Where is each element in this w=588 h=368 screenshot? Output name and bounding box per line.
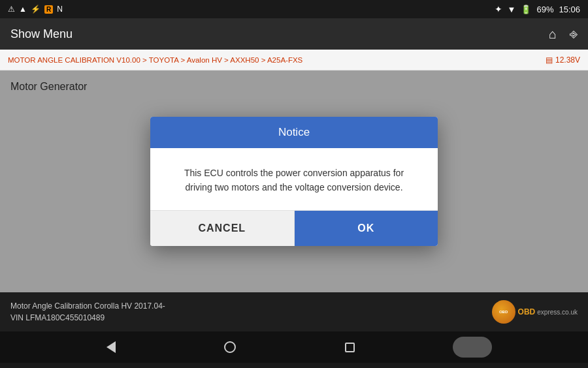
ok-button[interactable]: OK (295, 211, 438, 246)
recent-apps-button[interactable] (335, 337, 365, 358)
status-bar-left: ⚠ ▲ ⚡ R N (8, 5, 63, 14)
obd-circle-icon: OBD (492, 300, 515, 324)
breadcrumb-bar: MOTOR ANGLE CALIBRATION V10.00 > TOYOTA … (0, 50, 588, 70)
exit-button[interactable]: ⎆ (570, 27, 578, 42)
dialog-overlay: Notice This ECU controls the power conve… (0, 70, 588, 292)
dialog-buttons: CANCEL OK (150, 210, 438, 246)
app-icon1: R (44, 5, 53, 14)
usb-icon: ⚡ (31, 5, 41, 14)
dialog-header: Notice (150, 117, 438, 148)
footer-info: Motor Angle Calibration Corolla HV 2017.… (0, 292, 588, 331)
voltage-badge: ▤ 12.38V (546, 55, 580, 65)
page-title: Show Menu (10, 27, 73, 41)
battery-icon: 🔋 (521, 5, 531, 14)
main-content: Motor Generator Notice This ECU controls… (0, 70, 588, 292)
home-button-android[interactable] (214, 336, 246, 358)
obd-logo: OBD OBD express.co.uk (492, 300, 578, 324)
footer-text-block: Motor Angle Calibration Corolla HV 2017.… (10, 300, 165, 324)
network-icon: N (57, 5, 63, 14)
home-button[interactable]: ⌂ (549, 27, 557, 42)
recent-icon (345, 343, 355, 352)
bluetooth-icon: ✦ (495, 4, 502, 14)
cancel-button[interactable]: CANCEL (150, 211, 295, 246)
voltage-value: 12.38V (555, 55, 580, 65)
dialog-body: This ECU controls the power conversion a… (150, 148, 438, 210)
footer-line2: VIN LFMA180C455010489 (10, 312, 165, 324)
battery-percent: 69% (536, 5, 553, 14)
obd-suffix: express.co.uk (537, 309, 578, 316)
top-nav: Show Menu ⌂ ⎆ (0, 18, 588, 50)
home-indicator[interactable] (453, 337, 492, 358)
notice-dialog: Notice This ECU controls the power conve… (150, 117, 438, 246)
android-nav-bar (0, 331, 588, 363)
back-button[interactable] (96, 336, 126, 358)
wifi-icon: ▼ (508, 5, 516, 14)
battery-icon-small: ▤ (546, 55, 553, 65)
back-icon (106, 341, 116, 353)
antenna-icon: ▲ (19, 5, 27, 14)
footer-line1: Motor Angle Calibration Corolla HV 2017.… (10, 300, 165, 312)
warning-icon: ⚠ (8, 5, 15, 14)
dialog-message: This ECU controls the power conversion a… (171, 166, 417, 194)
clock: 15:06 (559, 5, 580, 14)
obd-brand: OBD (518, 307, 536, 316)
status-bar: ⚠ ▲ ⚡ R N ✦ ▼ 🔋 69% 15:06 (0, 0, 588, 18)
obd-text-block: OBD express.co.uk (518, 307, 578, 316)
nav-icons: ⌂ ⎆ (549, 27, 578, 42)
dialog-title: Notice (278, 126, 310, 138)
home-icon (224, 341, 236, 353)
status-bar-right: ✦ ▼ 🔋 69% 15:06 (495, 4, 580, 14)
breadcrumb: MOTOR ANGLE CALIBRATION V10.00 > TOYOTA … (8, 56, 302, 64)
